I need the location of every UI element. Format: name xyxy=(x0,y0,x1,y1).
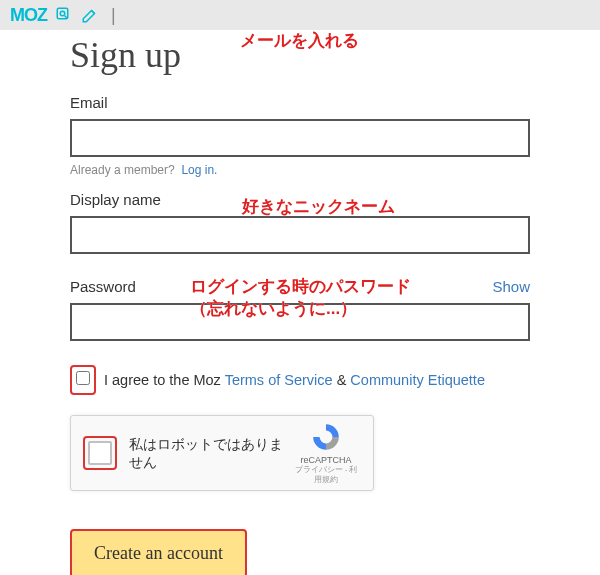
topbar: MOZ | xyxy=(0,0,600,30)
recaptcha-icon xyxy=(310,421,342,453)
moz-logo: MOZ xyxy=(10,5,47,26)
password-label: Password xyxy=(70,278,136,295)
agree-row: I agree to the Moz Terms of Service & Co… xyxy=(70,365,530,395)
recaptcha-brand: reCAPTCHA xyxy=(291,455,361,465)
password-input[interactable] xyxy=(70,303,530,341)
already-member-hint: Already a member? Log in. xyxy=(70,163,530,177)
displayname-label: Display name xyxy=(70,191,530,208)
password-group: Password Show xyxy=(70,278,530,341)
email-label: Email xyxy=(70,94,530,111)
etiquette-link[interactable]: Community Etiquette xyxy=(350,372,485,388)
page-title: Sign up xyxy=(70,34,530,76)
tos-link[interactable]: Terms of Service xyxy=(225,372,333,388)
displayname-group: Display name xyxy=(70,191,530,254)
recaptcha-checkbox-highlight xyxy=(83,436,117,470)
svg-line-2 xyxy=(65,16,67,18)
search-icon[interactable] xyxy=(55,6,73,24)
submit-highlight: Create an account xyxy=(70,529,247,575)
svg-point-1 xyxy=(60,11,65,16)
edit-icon[interactable] xyxy=(81,6,99,24)
recaptcha-terms: プライバシー - 利用規約 xyxy=(291,465,361,485)
show-password-link[interactable]: Show xyxy=(492,278,530,295)
email-input[interactable] xyxy=(70,119,530,157)
agree-checkbox[interactable] xyxy=(76,371,90,385)
create-account-button[interactable]: Create an account xyxy=(76,535,241,572)
agree-checkbox-highlight xyxy=(70,365,96,395)
recaptcha-label: 私はロボットではありません xyxy=(129,435,291,471)
login-link[interactable]: Log in. xyxy=(181,163,217,177)
cursor-separator: | xyxy=(111,5,116,26)
signup-form: Sign up Email Already a member? Log in. … xyxy=(0,34,600,575)
recaptcha-widget: 私はロボットではありません reCAPTCHA プライバシー - 利用規約 xyxy=(70,415,374,491)
email-group: Email Already a member? Log in. xyxy=(70,94,530,177)
displayname-input[interactable] xyxy=(70,216,530,254)
recaptcha-logo-area: reCAPTCHA プライバシー - 利用規約 xyxy=(291,421,361,485)
agree-text: I agree to the Moz Terms of Service & Co… xyxy=(104,372,485,388)
recaptcha-checkbox[interactable] xyxy=(88,441,112,465)
